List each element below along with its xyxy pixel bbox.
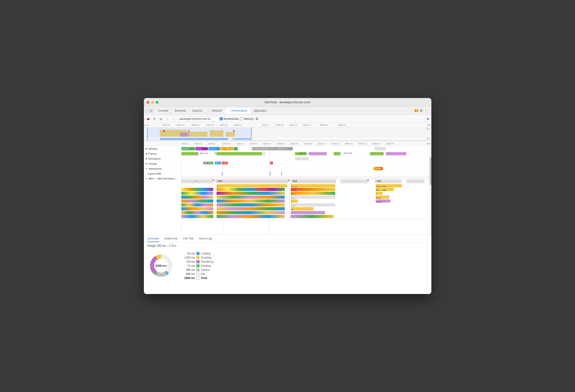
frames-timeline-row[interactable]: 150.3 ms 183.4 ms 216.4 ms 700.5 ms: [181, 151, 431, 156]
tab-sources-label: Sources: [192, 109, 202, 112]
summary-legend: 62 ms Loading 1163 ms Scripting 723 ms R…: [180, 252, 214, 280]
tab-application[interactable]: Application: [250, 108, 270, 114]
tab-network[interactable]: ⚠ Network: [206, 108, 225, 114]
rendering-label: Rendering: [201, 260, 214, 263]
range-info: Range: 350 ms – 3.74 s: [144, 242, 431, 249]
bottom-tabs-bar: Summary Bottom-Up Call Tree Event Log: [144, 235, 431, 242]
cpu-overview: CPU: [144, 127, 431, 137]
loading-label: Loading: [201, 252, 211, 255]
interactions-timeline-row[interactable]: Pointer: [181, 166, 431, 171]
net-overview: NET: [144, 137, 431, 140]
network-warn-icon: ⚠: [209, 109, 211, 112]
network-timeline-row[interactable]: Network extras... icon-ba... 2d.s... 60.…: [181, 146, 431, 151]
settings-icon[interactable]: ⚙: [420, 108, 423, 113]
tab-elements-label: Elements: [175, 109, 186, 112]
left-panel: ▶ Network ▶ Frames ▶ Animations ▶ Timing…: [144, 146, 181, 235]
minimize-button[interactable]: [151, 101, 154, 104]
tab-console-label: Console: [158, 109, 168, 112]
tab-sources[interactable]: Sources: [189, 108, 206, 114]
frames-label: Frames: [148, 152, 157, 155]
timings-arrow: ▶: [146, 162, 147, 165]
painting-label: Painting: [201, 264, 211, 268]
network-label: Network: [148, 147, 158, 150]
scripting-label: Scripting: [201, 256, 212, 259]
tab-event-log[interactable]: Event Log: [199, 236, 212, 242]
rendering-color: [196, 260, 200, 263]
memory-checkbox[interactable]: [240, 117, 243, 120]
details-area: ▶ Network ▶ Frames ▶ Animations ▶ Timing…: [144, 146, 431, 235]
total-color: [196, 276, 200, 280]
record-button[interactable]: ⏺: [146, 116, 151, 122]
layout-shifts-timeline-row[interactable]: [181, 171, 431, 176]
donut-total-label: 3388 ms: [155, 264, 167, 268]
sidebar-item-timings[interactable]: ▶ Timings: [144, 161, 181, 166]
scrollbar-track[interactable]: [430, 146, 431, 235]
net-item-dev: developer.chrome.c chi ie... itter.svg (…: [252, 147, 293, 150]
net-item-extra: [375, 147, 386, 150]
maximize-button[interactable]: [156, 101, 158, 104]
more-icon[interactable]: ⋮: [424, 108, 428, 113]
layout-shifts-label: Layout shifts: [147, 172, 162, 175]
reload-button[interactable]: ↻: [152, 116, 157, 122]
tab-network-label: Network: [212, 109, 222, 112]
net-item-60p: 60.p.: [227, 147, 233, 150]
overview-timeline[interactable]: 3 ms 826 ms 1326 ms 1826 ms 2326 ms 2826…: [144, 123, 431, 141]
main-flame-chart[interactable]: T... Task Task Task T... E...t: [181, 179, 431, 219]
tab-bottom-up[interactable]: Bottom-Up: [165, 236, 177, 242]
interactions-label: Interactions: [149, 167, 162, 170]
net-item-icon: icon-ba...: [208, 147, 220, 150]
scrollbar-thumb[interactable]: [430, 158, 431, 185]
close-button[interactable]: [146, 101, 149, 104]
legend-idle: 885 ms Idle: [180, 272, 214, 276]
timings-label: Timings: [148, 162, 157, 165]
net-item-extras: extras...: [195, 147, 208, 150]
summary-content: 3388 ms 62 ms Loading 1163 ms Scripting …: [144, 249, 431, 294]
interactions-arrow: ▼: [146, 167, 148, 170]
sidebar-item-interactions[interactable]: ▼ Interactions: [144, 166, 181, 171]
idle-color: [196, 272, 200, 276]
net-item-2ds: 2d.s...: [220, 147, 227, 150]
capture-icon[interactable]: ⛭: [426, 117, 430, 121]
clear-button[interactable]: ⊘: [158, 116, 163, 122]
tab-summary[interactable]: Summary: [147, 236, 159, 242]
animations-label: Animations: [148, 157, 161, 160]
devtools-icon[interactable]: ⋮⋮: [146, 109, 149, 113]
timings-timeline-row[interactable]: FP FCP DCL LCP L: [181, 161, 431, 166]
capture-settings-icon[interactable]: ⚙: [255, 117, 258, 121]
sidebar-item-network[interactable]: ▶ Network: [144, 146, 181, 151]
tab-performance[interactable]: ⚠ Performance: [225, 108, 250, 114]
net-item-t: ...: [234, 147, 238, 150]
total-value: 3388 ms: [180, 276, 195, 280]
donut-chart: 3388 ms: [147, 252, 175, 279]
url-display: developer.chrome.com #1: [177, 117, 218, 121]
legend-loading: 62 ms Loading: [180, 252, 214, 255]
tab-performance-label: Performance: [232, 109, 247, 112]
legend-painting: 71 ms Painting: [180, 264, 214, 268]
memory-label: Memory: [244, 117, 254, 121]
devtools-dock[interactable]: ◫: [150, 109, 153, 113]
tab-console[interactable]: Console: [155, 108, 172, 114]
detail-ruler: 426 ms 626 ms 826 ms 1026 ms 1226 ms 142…: [144, 141, 431, 146]
network-arrow: ▶: [146, 147, 147, 150]
pointer-badge: Pointer: [373, 167, 383, 170]
rendering-value: 723 ms: [180, 260, 195, 263]
tab-elements[interactable]: Elements: [172, 108, 189, 114]
sidebar-item-animations[interactable]: ▶ Animations: [144, 156, 181, 161]
titlebar: DevTools - developer.chrome.com/: [144, 98, 431, 107]
main-label: Main — https://developer.chrome.com/: [149, 177, 178, 180]
download-button[interactable]: ↓: [171, 116, 176, 122]
upload-button[interactable]: ↑: [165, 116, 170, 122]
overview-ruler: 3 ms 826 ms 1326 ms 1826 ms 2326 ms 2826…: [144, 123, 431, 127]
performance-toolbar: ⏺ ↻ ⊘ ↑ ↓ developer.chrome.com #1 Screen…: [144, 115, 431, 123]
tab-call-tree[interactable]: Call Tree: [183, 236, 194, 242]
notification-badge: 1: [414, 109, 418, 112]
right-timeline: Network extras... icon-ba... 2d.s... 60.…: [181, 146, 431, 235]
sidebar-item-layout-shifts[interactable]: Layout shifts: [144, 171, 181, 176]
devtools-window: DevTools - developer.chrome.com/ ⋮⋮ ◫ Co…: [144, 98, 431, 294]
main-arrow: ▼: [146, 177, 148, 180]
screenshots-checkbox[interactable]: [220, 117, 223, 120]
legend-total: 3388 ms Total: [180, 276, 214, 280]
sidebar-item-frames[interactable]: ▶ Frames: [144, 151, 181, 156]
animations-timeline-row[interactable]: [181, 156, 431, 161]
sidebar-item-main[interactable]: ▼ Main — https://developer.chrome.com/: [144, 176, 181, 181]
